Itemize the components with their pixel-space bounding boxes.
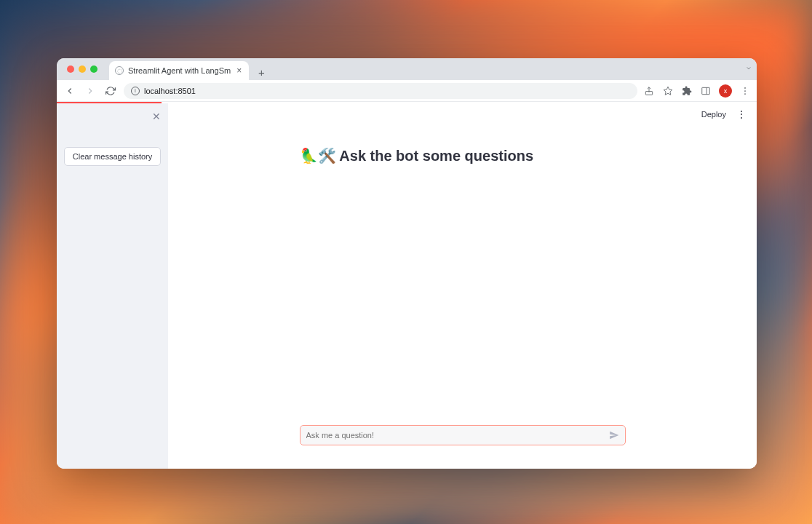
new-tab-button[interactable]: + <box>253 64 269 80</box>
forward-button[interactable] <box>83 84 97 98</box>
svg-point-6 <box>744 93 746 95</box>
send-button[interactable] <box>609 430 619 440</box>
site-info-icon[interactable]: i <box>131 87 140 95</box>
svg-marker-1 <box>664 87 672 95</box>
browser-tab[interactable]: ◌ Streamlit Agent with LangSm × <box>109 61 249 80</box>
deploy-button[interactable]: Deploy <box>701 110 726 119</box>
main-content: Deploy ⋮ 🦜🛠️ Ask the bot some questions <box>168 103 757 469</box>
clear-history-button[interactable]: Clear message history <box>64 147 161 166</box>
sidebar: ✕ Clear message history <box>57 103 168 469</box>
profile-avatar[interactable]: x <box>719 84 732 98</box>
app-toolbar: Deploy ⋮ <box>168 103 757 125</box>
svg-point-4 <box>744 87 746 89</box>
chat-text-field[interactable] <box>306 431 603 440</box>
chat-input[interactable] <box>300 425 626 445</box>
back-button[interactable] <box>63 84 77 98</box>
bookmark-star-icon[interactable] <box>662 85 674 97</box>
tabs-dropdown-icon[interactable]: ⌵ <box>747 63 751 71</box>
globe-icon: ◌ <box>115 66 124 75</box>
svg-point-5 <box>744 90 746 92</box>
content-body: 🦜🛠️ Ask the bot some questions <box>168 125 757 469</box>
browser-tab-bar: ◌ Streamlit Agent with LangSm × + ⌵ <box>57 58 757 80</box>
side-panel-icon[interactable] <box>700 85 712 97</box>
window-maximize-button[interactable] <box>90 66 97 73</box>
browser-address-bar: i localhost:8501 x <box>57 80 757 102</box>
window-minimize-button[interactable] <box>79 66 86 73</box>
browser-toolbar-icons: x <box>643 84 751 98</box>
url-text: localhost:8501 <box>144 87 196 95</box>
app-area: ✕ Clear message history Deploy ⋮ 🦜🛠️ Ask… <box>57 103 757 469</box>
share-icon[interactable] <box>643 85 655 97</box>
reload-button[interactable] <box>103 84 118 98</box>
page-title: 🦜🛠️ Ask the bot some questions <box>300 147 626 164</box>
tab-close-icon[interactable]: × <box>235 66 243 76</box>
app-menu-icon[interactable]: ⋮ <box>735 108 748 120</box>
chat-input-wrapper <box>300 425 626 445</box>
extensions-icon[interactable] <box>681 85 693 97</box>
window-close-button[interactable] <box>67 66 74 73</box>
sidebar-close-icon[interactable]: ✕ <box>152 111 161 122</box>
browser-menu-icon[interactable] <box>739 85 751 97</box>
tab-title: Streamlit Agent with LangSm <box>128 66 231 75</box>
window-controls <box>63 58 102 80</box>
browser-window: ◌ Streamlit Agent with LangSm × + ⌵ i lo… <box>57 58 757 469</box>
url-field[interactable]: i localhost:8501 <box>124 83 637 99</box>
svg-rect-2 <box>702 87 710 94</box>
